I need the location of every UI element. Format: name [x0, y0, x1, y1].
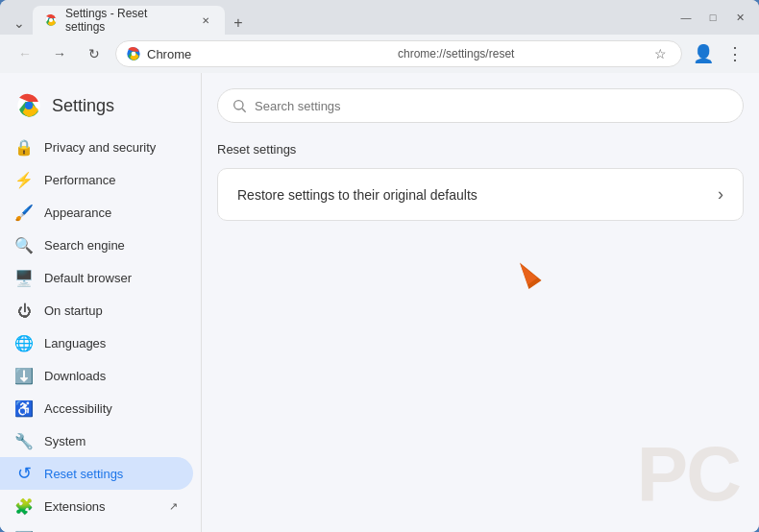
appearance-label: Appearance — [44, 206, 111, 220]
performance-label: Performance — [44, 173, 115, 187]
sidebar-header: Settings — [0, 73, 201, 131]
accessibility-icon: ♿ — [15, 399, 33, 417]
sidebar-item-default-browser[interactable]: 🖥️ Default browser — [0, 261, 193, 294]
new-tab-button[interactable]: + — [227, 12, 250, 35]
watermark: PC — [637, 436, 740, 513]
system-label: System — [44, 434, 86, 448]
restore-settings-row[interactable]: Restore settings to their original defau… — [218, 169, 743, 220]
toolbar-actions: 👤 ⋮ — [690, 40, 747, 67]
tab-group-button[interactable]: ⌄ — [8, 12, 31, 35]
appearance-icon: 🖌️ — [15, 204, 33, 221]
minimize-button[interactable]: — — [674, 6, 698, 29]
bookmark-button[interactable]: ☆ — [649, 42, 672, 65]
profile-button[interactable]: 👤 — [690, 40, 717, 67]
reset-settings-label: Reset settings — [44, 467, 123, 481]
window-controls: — □ ✕ — [674, 6, 751, 29]
languages-label: Languages — [44, 336, 106, 351]
browser-window: ⌄ Settings - Reset settings ✕ + — □ — [0, 0, 759, 532]
on-startup-label: On startup — [44, 303, 103, 318]
extensions-label: Extensions — [44, 499, 106, 514]
sidebar: Settings 🔒 Privacy and security ⚡ Perfor… — [0, 73, 202, 532]
sidebar-item-search-engine[interactable]: 🔍 Search engine — [0, 229, 193, 261]
search-input[interactable] — [255, 99, 729, 113]
tab-favicon — [44, 13, 58, 27]
search-engine-icon: 🔍 — [15, 236, 33, 254]
chrome-url-icon — [126, 46, 141, 61]
url-path: chrome://settings/reset — [398, 47, 643, 60]
performance-icon: ⚡ — [15, 171, 33, 188]
main-panel: Reset settings Restore settings to their… — [202, 73, 759, 532]
on-startup-icon: ⏻ — [15, 302, 33, 319]
system-icon: 🔧 — [15, 432, 33, 449]
sidebar-item-system[interactable]: 🔧 System — [0, 424, 193, 457]
search-engine-label: Search engine — [44, 238, 125, 253]
sidebar-item-reset-settings[interactable]: ↺ Reset settings — [0, 457, 193, 490]
sidebar-item-on-startup[interactable]: ⏻ On startup — [0, 294, 193, 326]
sidebar-item-languages[interactable]: 🌐 Languages — [0, 326, 193, 359]
svg-point-1 — [49, 18, 53, 22]
maximize-button[interactable]: □ — [701, 6, 724, 29]
sidebar-item-about-chrome[interactable]: ℹ️ About Chrome — [0, 522, 193, 532]
menu-button[interactable]: ⋮ — [721, 40, 747, 67]
sidebar-item-accessibility[interactable]: ♿ Accessibility — [0, 392, 193, 424]
search-bar[interactable] — [217, 88, 744, 123]
sidebar-item-performance[interactable]: ⚡ Performance — [0, 163, 193, 196]
svg-point-6 — [234, 101, 243, 109]
url-actions: ☆ — [649, 42, 672, 65]
sidebar-title: Settings — [52, 96, 114, 116]
privacy-security-icon: 🔒 — [15, 138, 33, 156]
default-browser-label: Default browser — [44, 271, 132, 285]
address-bar: ← → ↻ Chrome chrome://settings/reset ☆ 👤… — [0, 35, 759, 73]
refresh-button[interactable]: ↻ — [81, 40, 108, 67]
forward-button[interactable]: → — [46, 40, 73, 67]
svg-line-7 — [242, 109, 246, 112]
title-bar: ⌄ Settings - Reset settings ✕ + — □ — [0, 0, 759, 35]
tab-close-button[interactable]: ✕ — [198, 12, 213, 28]
url-bar[interactable]: Chrome chrome://settings/reset ☆ — [115, 40, 682, 67]
reset-settings-icon: ↺ — [15, 465, 33, 482]
restore-settings-arrow-icon: › — [718, 184, 723, 205]
svg-point-3 — [132, 52, 136, 57]
languages-icon: 🌐 — [15, 334, 33, 351]
close-button[interactable]: ✕ — [728, 6, 751, 29]
downloads-label: Downloads — [44, 369, 106, 383]
tab-label: Settings - Reset settings — [65, 7, 190, 34]
settings-card: Restore settings to their original defau… — [217, 168, 744, 221]
accessibility-label: Accessibility — [44, 401, 112, 416]
search-icon — [232, 98, 247, 113]
privacy-security-label: Privacy and security — [44, 140, 156, 155]
url-prefix: Chrome — [147, 47, 392, 61]
sidebar-nav: 🔒 Privacy and security ⚡ Performance 🖌️ … — [0, 131, 201, 532]
back-button[interactable]: ← — [12, 40, 38, 67]
section-title: Reset settings — [217, 142, 744, 157]
external-link-icon: ↗ — [169, 500, 178, 513]
browser-content: Settings 🔒 Privacy and security ⚡ Perfor… — [0, 73, 759, 532]
tab-list: ⌄ Settings - Reset settings ✕ + — [8, 0, 671, 35]
restore-settings-label: Restore settings to their original defau… — [237, 187, 718, 203]
downloads-icon: ⬇️ — [15, 367, 33, 384]
svg-point-5 — [25, 102, 33, 109]
chrome-logo — [15, 92, 42, 119]
active-tab[interactable]: Settings - Reset settings ✕ — [33, 6, 225, 35]
sidebar-item-privacy-security[interactable]: 🔒 Privacy and security — [0, 131, 193, 163]
sidebar-item-downloads[interactable]: ⬇️ Downloads — [0, 359, 193, 392]
sidebar-item-extensions[interactable]: 🧩 Extensions ↗ — [0, 490, 193, 522]
sidebar-item-appearance[interactable]: 🖌️ Appearance — [0, 196, 193, 229]
extensions-icon: 🧩 — [15, 497, 33, 515]
default-browser-icon: 🖥️ — [15, 269, 33, 286]
